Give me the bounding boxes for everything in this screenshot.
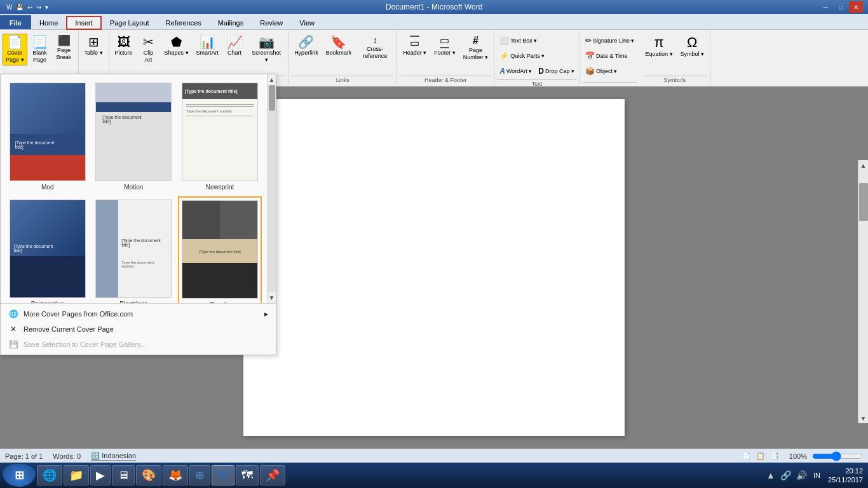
zoom-slider[interactable] <box>812 452 863 461</box>
ribbon-group-links: 🔗 Hyperlink 🔖 Bookmark ↕ Cross-reference… <box>288 31 397 85</box>
tab-review[interactable]: Review <box>252 15 291 29</box>
clock-time: 20:12 <box>828 466 863 475</box>
drop-cap-button[interactable]: D Drop Cap ▾ <box>536 64 577 78</box>
taskbar-explorer-icon: 📁 <box>69 468 83 482</box>
cross-reference-icon: ↕ <box>373 36 377 44</box>
more-cover-pages-item[interactable]: 🌐 More Cover Pages from Office.com ▶ <box>1 306 276 322</box>
cover-label-puzzle: Puzzle <box>210 301 229 303</box>
view-icon-full[interactable]: 📋 <box>756 452 765 460</box>
tables-group-items: ⊞ Table ▾ <box>81 32 106 74</box>
vscroll-track[interactable] <box>858 170 868 413</box>
blank-page-button[interactable]: 📃 BlankPage <box>29 34 51 65</box>
signature-line-button[interactable]: ✏ Signature Line ▾ <box>583 34 637 48</box>
tab-page-layout[interactable]: Page Layout <box>102 15 158 29</box>
remove-cover-page-item[interactable]: ✕ Remove Current Cover Page <box>1 322 276 337</box>
cross-reference-button[interactable]: ↕ Cross-reference <box>356 34 394 62</box>
view-icon-print[interactable]: 📄 <box>742 452 751 460</box>
language-button[interactable]: IN <box>811 470 823 480</box>
chart-icon: 📈 <box>227 36 243 48</box>
wordart-button[interactable]: A WordArt ▾ <box>497 64 534 78</box>
equation-button[interactable]: π Equation ▾ <box>642 34 675 60</box>
start-button[interactable]: ⊞ <box>3 464 36 487</box>
cover-dropdown-scrollbar: ▲ ▼ <box>267 74 276 303</box>
taskbar-ie-icon: 🌐 <box>43 468 57 482</box>
tray-network[interactable]: 🔗 <box>779 469 792 482</box>
language-indicator[interactable]: 🔠 Indonesian <box>91 452 136 461</box>
page-number-button[interactable]: # PageNumber ▾ <box>460 34 492 63</box>
date-time-button[interactable]: 📅 Date & Time <box>583 49 630 63</box>
illustrations-group-items: 🖼 Picture ✂ ClipArt ⬟ Shapes ▾ 📊 SmartAr… <box>112 32 286 74</box>
cover-template-motion[interactable]: [Type the documenttitle] Motion <box>92 79 176 194</box>
taskbar-ie[interactable]: 🌐 <box>37 465 62 485</box>
symbol-button[interactable]: Ω Symbol ▾ <box>677 34 708 60</box>
text-extras-group-items: ✏ Signature Line ▾ 📅 Date & Time 📦 Objec… <box>583 32 637 81</box>
page-break-button[interactable]: ⬛ PageBreak <box>53 34 76 63</box>
save-to-gallery-label: Save Selection to Cover Page Gallery... <box>24 341 146 348</box>
more-cover-pages-arrow: ▶ <box>264 311 268 317</box>
close-button[interactable]: ✕ <box>849 1 863 13</box>
cover-template-mod[interactable]: [Type the documenttitle] Mod <box>6 79 90 194</box>
minimize-button[interactable]: ─ <box>818 1 832 13</box>
taskbar-word[interactable]: W <box>212 465 234 485</box>
save-qa-btn[interactable]: 💾 <box>15 3 25 11</box>
customize-qa-btn[interactable]: ▾ <box>44 3 50 11</box>
quick-access-toolbar: W 💾 ↩ ↪ ▾ <box>5 3 50 11</box>
clip-art-button[interactable]: ✂ ClipArt <box>137 34 160 65</box>
bookmark-button[interactable]: 🔖 Bookmark <box>323 34 355 58</box>
word-icon: W <box>5 3 13 11</box>
taskbar-word-icon: W <box>217 469 229 482</box>
tray-arrow[interactable]: ▲ <box>765 469 776 482</box>
tab-home[interactable]: Home <box>31 15 66 29</box>
view-icon-web[interactable]: 📑 <box>770 452 779 460</box>
drop-cap-icon: D <box>538 67 544 76</box>
header-button[interactable]: ▭ Header ▾ <box>400 34 430 58</box>
taskbar-paint[interactable]: 🎨 <box>136 465 161 485</box>
status-bar: Page: 1 of 1 Words: 0 🔠 Indonesian 📄 📋 📑… <box>0 449 868 463</box>
cover-page-grid: [Type the documenttitle] Mod [Type the d… <box>1 74 267 303</box>
cover-template-pinstripes[interactable]: [Type the documenttitle] Type the docume… <box>92 196 176 303</box>
header-icon: ▭ <box>410 36 419 48</box>
tab-file[interactable]: File <box>0 15 31 29</box>
scroll-track[interactable] <box>268 85 276 292</box>
smart-art-button[interactable]: 📊 SmartArt <box>193 34 222 58</box>
shapes-button[interactable]: ⬟ Shapes ▾ <box>161 34 192 58</box>
maximize-button[interactable]: □ <box>834 1 848 13</box>
chart-button[interactable]: 📈 Chart <box>223 34 246 58</box>
tab-references[interactable]: References <box>158 15 210 29</box>
taskbar-firefox[interactable]: 🦊 <box>163 465 188 485</box>
remove-cover-page-icon: ✕ <box>8 324 18 334</box>
app-window: W 💾 ↩ ↪ ▾ Document1 - Microsoft Word ─ □… <box>0 0 868 488</box>
picture-button[interactable]: 🖼 Picture <box>112 34 136 58</box>
text-box-button[interactable]: ⬜ Text Box ▾ <box>497 34 539 48</box>
tab-view[interactable]: View <box>291 15 323 29</box>
taskbar-explorer[interactable]: 📁 <box>64 465 89 485</box>
cover-template-newsprint[interactable]: [Type the document title] Type the docum… <box>178 79 262 194</box>
taskbar-desktop[interactable]: 🖥 <box>112 465 135 485</box>
vscroll-down[interactable]: ▼ <box>858 413 868 423</box>
object-button[interactable]: 📦 Object ▾ <box>583 64 620 78</box>
screenshot-button[interactable]: 📷 Screenshot ▾ <box>247 34 285 65</box>
redo-qa-btn[interactable]: ↪ <box>35 3 43 11</box>
cover-page-button[interactable]: 📄 CoverPage ▾ <box>3 34 27 65</box>
table-button[interactable]: ⊞ Table ▾ <box>81 34 106 58</box>
pages-group-items: 📄 CoverPage ▾ 📃 BlankPage ⬛ PageBreak <box>3 32 76 74</box>
header-footer-group-items: ▭ Header ▾ ▭ Footer ▾ # PageNumber ▾ <box>400 32 491 74</box>
taskbar-media[interactable]: ▶ <box>90 465 111 485</box>
scroll-up-arrow[interactable]: ▲ <box>267 74 277 85</box>
ribbon-tabs: File Home Insert Page Layout References … <box>0 14 868 29</box>
cover-template-puzzle[interactable]: [Type the document title] Puzzle <box>178 196 262 303</box>
tray-volume[interactable]: 🔊 <box>795 469 808 482</box>
taskbar-chrome[interactable]: ⊕ <box>189 465 210 485</box>
cover-page-icon: 📄 <box>7 36 23 48</box>
taskbar-maps[interactable]: 🗺 <box>236 465 259 485</box>
undo-qa-btn[interactable]: ↩ <box>26 3 34 11</box>
vscroll-up[interactable]: ▲ <box>858 160 868 170</box>
hyperlink-button[interactable]: 🔗 Hyperlink <box>291 34 322 58</box>
quick-parts-button[interactable]: ⚡ Quick Parts ▾ <box>497 49 547 63</box>
tab-insert[interactable]: Insert <box>66 16 102 30</box>
taskbar-sticky[interactable]: 📌 <box>260 465 285 485</box>
tab-mailings[interactable]: Mailings <box>210 15 252 29</box>
cover-template-perspective[interactable]: [Type the documenttitle] Perspective <box>6 196 90 303</box>
scroll-down-arrow[interactable]: ▼ <box>267 292 277 303</box>
footer-button[interactable]: ▭ Footer ▾ <box>431 34 459 58</box>
